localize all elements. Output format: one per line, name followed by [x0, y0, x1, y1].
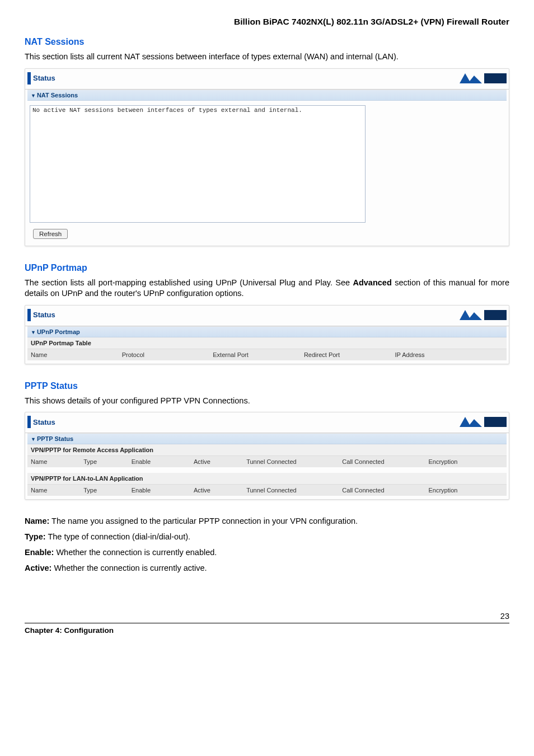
def-name-text: The name you assigned to the particular … — [49, 516, 358, 525]
upnp-subheader-text: UPnP Portmap — [37, 328, 80, 335]
def-enable-label: Enable: — [25, 548, 54, 557]
panel-header: Status — [25, 71, 509, 90]
upnp-table-title: UPnP Portmap Table — [27, 337, 507, 349]
page-number: 23 — [25, 612, 509, 621]
panel-header: Status — [25, 415, 509, 433]
definitions: Name: The name you assigned to the parti… — [25, 516, 509, 572]
def-enable-text: Whether the connection is currently enab… — [54, 548, 217, 557]
nat-body: Refresh — [25, 101, 509, 242]
col-encryption: Encryption — [425, 485, 507, 496]
doc-title: Billion BiPAC 7402NX(L) 802.11n 3G/ADSL2… — [25, 17, 509, 27]
upnp-desc: The section lists all port-mapping estab… — [25, 278, 509, 299]
pptp-remote-table: Name Type Enable Active Tunnel Connected… — [27, 456, 507, 467]
def-active-text: Whether the connection is currently acti… — [51, 564, 207, 572]
footer: Chapter 4: Configuration — [25, 623, 509, 635]
col-call: Call Connected — [339, 485, 425, 496]
upnp-panel: Status ▼UPnP Portmap UPnP Portmap Table … — [25, 305, 509, 364]
status-bar-icon — [27, 72, 31, 84]
def-name: Name: The name you assigned to the parti… — [25, 516, 509, 525]
col-name: Name — [27, 349, 119, 360]
col-active: Active — [190, 485, 243, 496]
pptp-lan-title: VPN/PPTP for LAN-to-LAN Application — [27, 473, 507, 485]
def-type: Type: The type of connection (dial-in/di… — [25, 532, 509, 541]
col-enable: Enable — [128, 456, 190, 467]
pptp-subheader-text: PPTP Status — [37, 435, 73, 442]
nat-panel: Status ▼NAT Sessions Refresh — [25, 68, 509, 246]
svg-rect-0 — [484, 73, 507, 83]
caret-down-icon: ▼ — [31, 93, 36, 98]
nat-sessions-textarea[interactable] — [30, 105, 366, 223]
table-row: Name Protocol External Port Redirect Por… — [27, 349, 507, 360]
col-encryption: Encryption — [425, 456, 507, 467]
panel-header: Status — [25, 308, 509, 326]
brand-logo — [457, 71, 508, 86]
upnp-desc-bold: Advanced — [353, 278, 391, 287]
upnp-table: Name Protocol External Port Redirect Por… — [27, 349, 507, 360]
upnp-subheader[interactable]: ▼UPnP Portmap — [27, 326, 507, 337]
nat-subheader-text: NAT Sessions — [37, 92, 78, 98]
caret-down-icon: ▼ — [31, 330, 36, 335]
def-active: Active: Whether the connection is curren… — [25, 564, 509, 572]
col-type: Type — [80, 485, 128, 496]
def-name-label: Name: — [25, 516, 49, 525]
col-tunnel: Tunnel Connected — [243, 456, 339, 467]
def-type-label: Type: — [25, 532, 46, 541]
status-label: Status — [25, 416, 55, 428]
pptp-remote-title: VPN/PPTP for Remote Access Application — [27, 444, 507, 456]
nat-heading: NAT Sessions — [25, 37, 509, 47]
table-row: Name Type Enable Active Tunnel Connected… — [27, 485, 507, 496]
pptp-desc: This shows details of your configured PP… — [25, 396, 509, 407]
col-tunnel: Tunnel Connected — [243, 485, 339, 496]
brand-logo — [457, 308, 508, 322]
col-protocol: Protocol — [119, 349, 210, 360]
pptp-panel: Status ▼PPTP Status VPN/PPTP for Remote … — [25, 412, 509, 500]
svg-rect-2 — [484, 417, 507, 427]
pptp-subheader[interactable]: ▼PPTP Status — [27, 433, 507, 444]
col-external-port: External Port — [209, 349, 301, 360]
svg-rect-1 — [484, 310, 507, 320]
refresh-button[interactable]: Refresh — [33, 229, 68, 239]
pptp-heading: PPTP Status — [25, 381, 509, 391]
col-active: Active — [190, 456, 243, 467]
status-text: Status — [33, 74, 55, 82]
status-bar-icon — [27, 309, 31, 321]
pptp-lan-table: Name Type Enable Active Tunnel Connected… — [27, 485, 507, 496]
status-label: Status — [25, 72, 55, 84]
col-name: Name — [27, 456, 80, 467]
col-enable: Enable — [128, 485, 190, 496]
chapter-label: Chapter 4: Configuration — [25, 626, 114, 635]
caret-down-icon: ▼ — [31, 436, 36, 442]
brand-logo — [457, 415, 508, 429]
upnp-desc-pre: The section lists all port-mapping estab… — [25, 278, 353, 287]
status-label: Status — [25, 309, 55, 321]
table-row: Name Type Enable Active Tunnel Connected… — [27, 456, 507, 467]
def-type-text: The type of connection (dial-in/dial-out… — [46, 532, 190, 541]
col-name: Name — [27, 485, 80, 496]
def-active-label: Active: — [25, 564, 51, 572]
col-ip-address: IP Address — [392, 349, 507, 360]
col-redirect-port: Redirect Port — [301, 349, 392, 360]
status-bar-icon — [27, 416, 31, 428]
def-enable: Enable: Whether the connection is curren… — [25, 548, 509, 557]
col-type: Type — [80, 456, 128, 467]
nat-subheader[interactable]: ▼NAT Sessions — [27, 90, 507, 101]
nat-desc: This section lists all current NAT sessi… — [25, 51, 509, 63]
status-text: Status — [33, 418, 55, 426]
upnp-heading: UPnP Portmap — [25, 263, 509, 273]
col-call: Call Connected — [339, 456, 425, 467]
status-text: Status — [33, 311, 55, 319]
